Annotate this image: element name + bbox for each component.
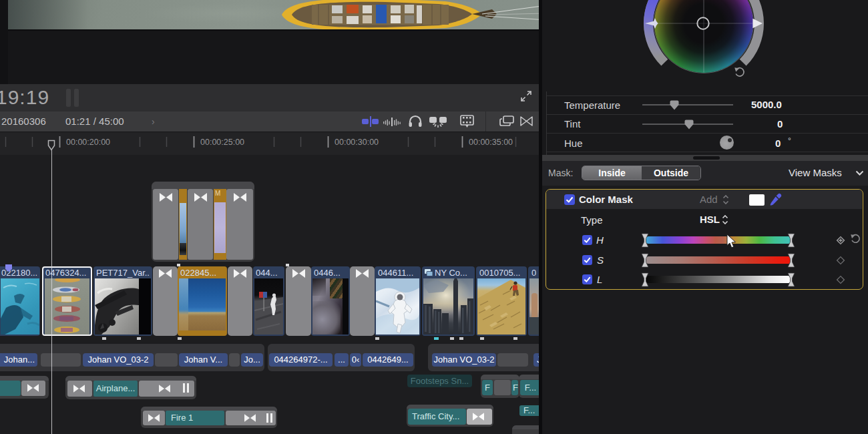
svg-text:00:00:20:00: 00:00:20:00 [66, 138, 110, 147]
svg-text:00:00:35:00: 00:00:35:00 [469, 138, 513, 147]
svg-text:00:00:25:00: 00:00:25:00 [200, 138, 244, 147]
svg-text:00:00:30:00: 00:00:30:00 [335, 138, 379, 147]
